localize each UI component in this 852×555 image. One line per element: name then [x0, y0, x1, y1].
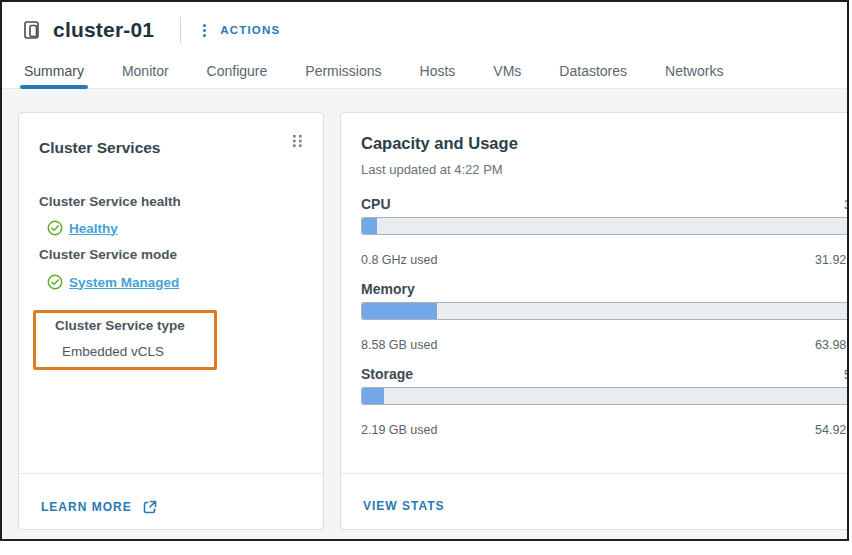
view-stats-link[interactable]: VIEW STATS	[363, 499, 445, 513]
health-status-link[interactable]: Healthy	[69, 221, 118, 236]
screenshot-frame: cluster-01 ACTIONS Summary Monitor Confi…	[0, 0, 849, 541]
tab-hosts[interactable]: Hosts	[420, 63, 456, 89]
tab-permissions[interactable]: Permissions	[305, 63, 381, 89]
kebab-menu-icon[interactable]	[199, 20, 210, 41]
view-stats-label: VIEW STATS	[363, 499, 445, 513]
metric-used-label: 0.8 GHz used	[361, 253, 437, 267]
metric-free-value-clipped: 3	[844, 198, 849, 212]
tab-label: Datastores	[559, 63, 627, 79]
cluster-service-health-value[interactable]: Healthy	[47, 220, 118, 236]
tab-summary[interactable]: Summary	[24, 63, 84, 89]
metric-used-label: 8.58 GB used	[361, 338, 437, 352]
tab-label: Hosts	[420, 63, 456, 79]
tab-label: VMs	[493, 63, 521, 79]
header-divider	[180, 17, 181, 43]
metric-name: Storage	[361, 366, 413, 382]
page-title: cluster-01	[53, 18, 154, 42]
cluster-service-mode-label: Cluster Service mode	[39, 247, 177, 262]
metric-name: Memory	[361, 281, 415, 297]
annotation-highlight-box: Cluster Service type Embedded vCLS	[33, 310, 217, 370]
tab-networks[interactable]: Networks	[665, 63, 723, 89]
metric-free-value-clipped: 5	[844, 368, 849, 382]
cluster-service-type-value: Embedded vCLS	[62, 344, 164, 359]
drag-handle-icon[interactable]	[291, 134, 304, 148]
tab-datastores[interactable]: Datastores	[559, 63, 627, 89]
metric-capacity-clipped: 31.92 G	[815, 253, 849, 267]
cluster-services-card: Cluster Services Cluster Service health …	[18, 112, 324, 530]
usage-bar-track	[361, 387, 849, 405]
external-link-icon	[142, 499, 158, 515]
object-header: cluster-01 ACTIONS	[2, 2, 847, 58]
metric-row-cpu: CPU 3 0.8 GHz used 31.92 G	[341, 196, 849, 281]
metric-capacity-clipped: 63.98	[815, 338, 846, 352]
learn-more-link[interactable]: LEARN MORE	[41, 499, 158, 515]
tab-bar: Summary Monitor Configure Permissions Ho…	[2, 58, 847, 89]
tab-configure[interactable]: Configure	[207, 63, 268, 89]
metric-capacity-clipped: 54.92	[815, 423, 846, 437]
metric-used-label: 2.19 GB used	[361, 423, 437, 437]
tab-label: Permissions	[305, 63, 381, 79]
usage-bar-track	[361, 217, 849, 235]
cluster-service-type-label: Cluster Service type	[55, 318, 185, 333]
check-circle-icon	[47, 274, 63, 290]
usage-bar-track	[361, 302, 849, 320]
tab-label: Monitor	[122, 63, 169, 79]
tab-vms[interactable]: VMs	[493, 63, 521, 89]
usage-bar-fill	[362, 303, 437, 319]
metric-row-storage: Storage 5 2.19 GB used 54.92	[341, 366, 849, 451]
card-footer: VIEW STATS	[341, 473, 849, 530]
summary-content: Cluster Services Cluster Service health …	[2, 89, 847, 539]
usage-bar-fill	[362, 388, 384, 404]
tab-label: Networks	[665, 63, 723, 79]
cluster-service-mode-value[interactable]: System Managed	[47, 274, 179, 290]
mode-status-link[interactable]: System Managed	[69, 275, 179, 290]
check-circle-icon	[47, 220, 63, 236]
tab-monitor[interactable]: Monitor	[122, 63, 169, 89]
metric-row-memory: Memory 8.58 GB used 63.98	[341, 281, 849, 366]
cluster-service-health-label: Cluster Service health	[39, 194, 181, 209]
card-title: Cluster Services	[39, 139, 161, 157]
usage-bar-fill	[362, 218, 377, 234]
cluster-icon	[22, 19, 44, 41]
actions-button[interactable]: ACTIONS	[220, 24, 280, 36]
card-title: Capacity and Usage	[361, 134, 518, 153]
capacity-usage-card: Capacity and Usage Last updated at 4:22 …	[340, 112, 849, 530]
card-footer: LEARN MORE	[19, 473, 323, 530]
learn-more-label: LEARN MORE	[41, 500, 132, 514]
metric-name: CPU	[361, 196, 391, 212]
tab-label: Summary	[24, 63, 84, 79]
tab-label: Configure	[207, 63, 268, 79]
last-updated-text: Last updated at 4:22 PM	[361, 162, 503, 177]
